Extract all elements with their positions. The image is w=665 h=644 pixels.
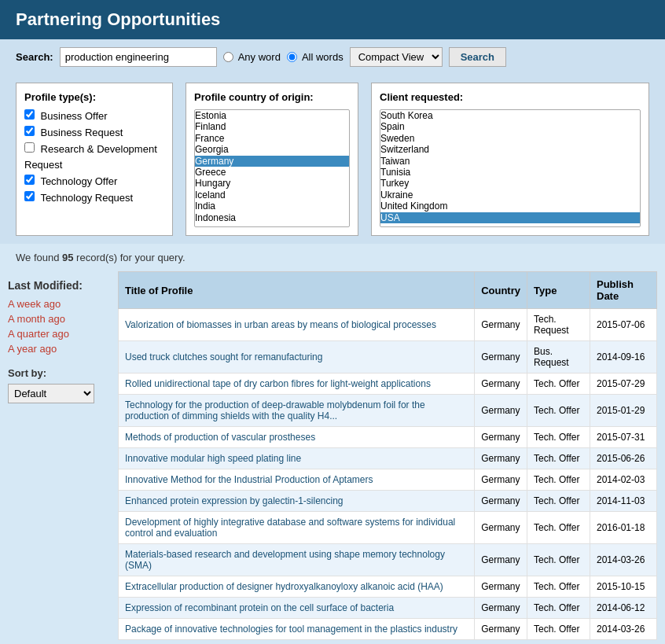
cell-title: Extracellular production of designer hyd… [119, 576, 475, 598]
results-count: 95 [62, 252, 73, 263]
checkbox-br[interactable]: Business Request [24, 126, 164, 138]
cell-country: Germany [475, 576, 527, 598]
profile-country-select[interactable]: Estonia Finland France Georgia Germany G… [194, 109, 350, 227]
title-link[interactable]: Extracellular production of designer hyd… [125, 581, 443, 592]
cell-title: Enhanced protein expression by galectin-… [119, 491, 475, 512]
title-link[interactable]: Innovative Method for the Industrial Pro… [125, 474, 373, 485]
checkbox-tr[interactable]: Technology Request [24, 191, 164, 204]
filter-week[interactable]: A week ago [8, 298, 110, 310]
view-select[interactable]: Compact View Full View [350, 47, 443, 67]
col-title: Title of Profile [119, 272, 475, 309]
cell-title: Innovative modular high speed plating li… [119, 448, 475, 469]
sort-label: Sort by: [8, 367, 110, 379]
search-input[interactable] [60, 47, 217, 67]
sidebar: Last Modified: A week ago A month ago A … [8, 271, 118, 640]
cell-type: Tech. Offer [527, 491, 590, 512]
filter-year[interactable]: A year ago [8, 343, 110, 355]
profile-country-panel: Profile country of origin: Estonia Finla… [186, 83, 358, 236]
cell-title: Materials-based research and development… [119, 544, 475, 576]
cell-country: Germany [475, 309, 527, 341]
results-suffix: record(s) for your query. [74, 252, 186, 263]
title-link[interactable]: Materials-based research and development… [125, 549, 445, 571]
radio-group-all: All words [287, 51, 344, 63]
cell-country: Germany [475, 512, 527, 544]
title-link[interactable]: Technology for the production of deep-dr… [125, 399, 425, 421]
title-link[interactable]: Expression of recombinant protein on the… [125, 602, 394, 613]
cell-country: Germany [475, 395, 527, 427]
table-row: Innovative modular high speed plating li… [119, 448, 657, 469]
filter-quarter[interactable]: A quarter ago [8, 328, 110, 340]
search-button[interactable]: Search [449, 47, 506, 67]
table-row: Extracellular production of designer hyd… [119, 576, 657, 598]
cell-type: Tech. Offer [527, 619, 590, 640]
cell-date: 2014-06-12 [590, 598, 657, 619]
profile-types-heading: Profile type(s): [24, 91, 164, 103]
cell-date: 2015-07-29 [590, 374, 657, 395]
main-content: Last Modified: A week ago A month ago A … [0, 271, 665, 644]
cell-title: Expression of recombinant protein on the… [119, 598, 475, 619]
table-row: Used truck clutches sought for remanufac… [119, 341, 657, 374]
cell-country: Germany [475, 619, 527, 640]
profile-country-heading: Profile country of origin: [194, 91, 350, 103]
results-table: Title of Profile Country Type Publish Da… [118, 271, 657, 640]
cell-title: Methods of production of vascular prosth… [119, 427, 475, 448]
cell-type: Tech. Offer [527, 448, 590, 469]
radio-all-label: All words [302, 51, 344, 63]
client-requested-panel: Client requested: South Korea Spain Swed… [371, 83, 649, 236]
sort-section: Sort by: Default Date Country Type [8, 367, 110, 403]
cell-date: 2015-10-15 [590, 576, 657, 598]
cell-date: 2015-07-06 [590, 309, 657, 341]
cell-title: Valorization of biomasses in urban areas… [119, 309, 475, 341]
profile-types-panel: Profile type(s): Business Offer Business… [16, 83, 173, 236]
title-link[interactable]: Methods of production of vascular prosth… [125, 432, 315, 443]
cell-title: Technology for the production of deep-dr… [119, 395, 475, 427]
title-link[interactable]: Used truck clutches sought for remanufac… [125, 351, 322, 362]
checkbox-to[interactable]: Technology Offer [24, 175, 164, 187]
cell-title: Development of highly integrative databa… [119, 512, 475, 544]
radio-all[interactable] [287, 52, 297, 62]
cell-country: Germany [475, 427, 527, 448]
filter-month[interactable]: A month ago [8, 313, 110, 325]
title-link[interactable]: Innovative modular high speed plating li… [125, 453, 301, 464]
cell-date: 2015-07-31 [590, 427, 657, 448]
title-link[interactable]: Development of highly integrative databa… [125, 517, 455, 539]
sort-select[interactable]: Default Date Country Type [8, 384, 94, 403]
table-row: Methods of production of vascular prosth… [119, 427, 657, 448]
cell-type: Tech. Offer [527, 395, 590, 427]
checkbox-rd[interactable]: Research & Development [24, 142, 164, 155]
cell-country: Germany [475, 448, 527, 469]
cell-date: 2014-11-03 [590, 491, 657, 512]
title-link[interactable]: Rolled unidirectional tape of dry carbon… [125, 378, 431, 389]
results-prefix: We found [16, 252, 62, 263]
filters-area: Profile type(s): Business Offer Business… [0, 75, 665, 244]
cell-country: Germany [475, 374, 527, 395]
checkbox-bo[interactable]: Business Offer [24, 109, 164, 122]
cell-title: Used truck clutches sought for remanufac… [119, 341, 475, 374]
title-link[interactable]: Enhanced protein expression by galectin-… [125, 495, 344, 506]
cell-date: 2016-01-18 [590, 512, 657, 544]
table-row: Innovative Method for the Industrial Pro… [119, 469, 657, 491]
cell-date: 2014-03-26 [590, 544, 657, 576]
cell-country: Germany [475, 491, 527, 512]
cell-country: Germany [475, 598, 527, 619]
cell-title: Rolled unidirectional tape of dry carbon… [119, 374, 475, 395]
page-header: Partnering Opportunities [0, 0, 665, 39]
title-link[interactable]: Package of innovative technologies for t… [125, 624, 457, 635]
radio-any[interactable] [223, 52, 233, 62]
table-row: Rolled unidirectional tape of dry carbon… [119, 374, 657, 395]
cell-type: Tech. Offer [527, 427, 590, 448]
cell-title: Innovative Method for the Industrial Pro… [119, 469, 475, 491]
table-row: Enhanced protein expression by galectin-… [119, 491, 657, 512]
cell-date: 2015-01-29 [590, 395, 657, 427]
table-row: Development of highly integrative databa… [119, 512, 657, 544]
client-requested-select[interactable]: South Korea Spain Sweden Switzerland Tai… [380, 109, 641, 227]
cell-type: Bus. Request [527, 341, 590, 374]
table-row: Valorization of biomasses in urban areas… [119, 309, 657, 341]
cell-date: 2014-09-16 [590, 341, 657, 374]
search-bar: Search: Any word All words Compact View … [0, 39, 665, 75]
title-link[interactable]: Valorization of biomasses in urban areas… [125, 319, 436, 330]
table-row: Technology for the production of deep-dr… [119, 395, 657, 427]
cell-type: Tech. Offer [527, 598, 590, 619]
radio-group-any: Any word [223, 51, 281, 63]
radio-any-label: Any word [238, 51, 281, 63]
